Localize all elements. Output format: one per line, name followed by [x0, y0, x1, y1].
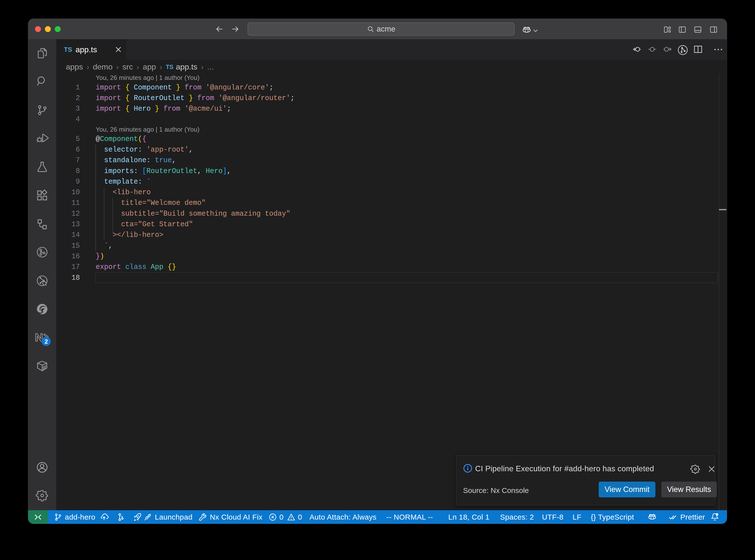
svg-text:2: 2: [45, 338, 48, 345]
